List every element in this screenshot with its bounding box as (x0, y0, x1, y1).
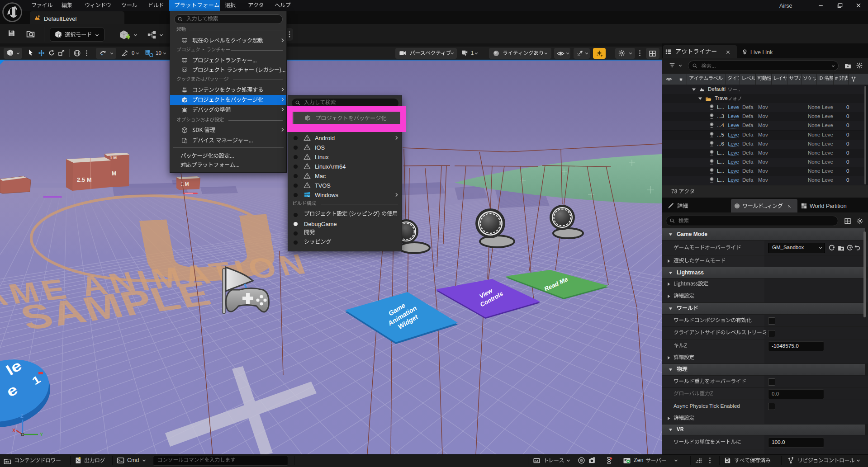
svg-text:Y: Y (40, 432, 43, 437)
svg-text:X: X (12, 428, 16, 433)
svg-text:1 M: 1 M (110, 156, 117, 160)
svg-text:2.5 M: 2.5 M (77, 176, 92, 183)
svg-text:M: M (112, 170, 116, 177)
svg-text:Z: Z (20, 413, 24, 419)
